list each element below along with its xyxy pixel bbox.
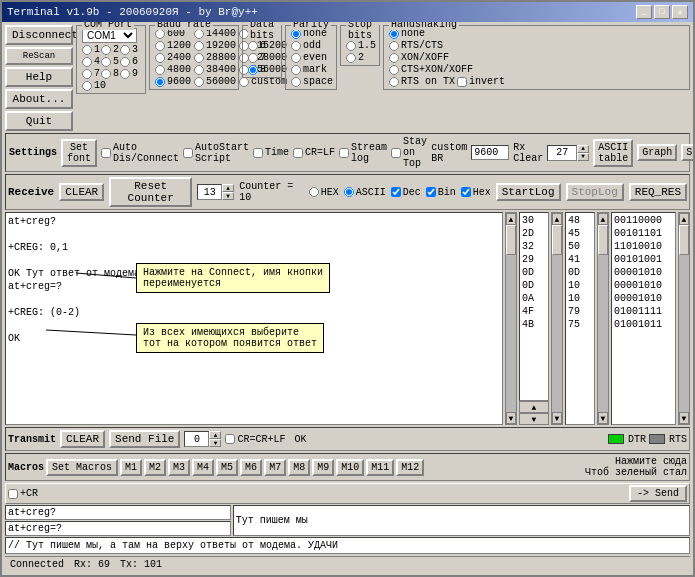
hex1-scroll-dn[interactable]: ▼ xyxy=(519,413,549,425)
time-check[interactable]: Time xyxy=(253,147,289,158)
stop-1-5[interactable]: 1.5 xyxy=(346,40,374,51)
hs-rtscts[interactable]: RTS/CTS xyxy=(389,40,684,51)
scroll-down-button[interactable]: ▼ xyxy=(506,412,516,424)
baud-56000[interactable]: 56000 xyxy=(194,76,236,87)
baud-38400[interactable]: 38400 xyxy=(194,64,236,75)
receive-clear-button[interactable]: CLEAR xyxy=(59,183,104,201)
parity-space[interactable]: space xyxy=(291,76,331,87)
quit-button[interactable]: Quit xyxy=(5,111,73,131)
bin-check[interactable]: Bin xyxy=(426,187,456,198)
scroll-track[interactable] xyxy=(506,225,516,412)
counter-down[interactable]: ▼ xyxy=(222,192,234,200)
m12-button[interactable]: M12 xyxy=(396,459,424,476)
rx-clear-input[interactable] xyxy=(547,145,577,161)
com-radio-5[interactable]: 5 xyxy=(101,56,119,67)
stop-2[interactable]: 2 xyxy=(346,52,374,63)
minimize-button[interactable]: _ xyxy=(636,5,652,19)
rx-clear-down[interactable]: ▼ xyxy=(577,153,589,161)
autostart-script-check[interactable]: AutoStart Script xyxy=(183,142,249,164)
transmit-value-input[interactable] xyxy=(184,431,209,447)
graph-button[interactable]: Graph xyxy=(637,144,677,161)
parity-odd[interactable]: odd xyxy=(291,40,331,51)
m6-button[interactable]: M6 xyxy=(240,459,262,476)
ascii-table-button[interactable]: ASCII table xyxy=(593,139,633,167)
reset-counter-button[interactable]: Reset Counter xyxy=(109,177,192,207)
hex1-scrollbar[interactable]: ▲ ▼ xyxy=(551,212,563,425)
help-button[interactable]: Help xyxy=(5,67,73,87)
stream-log-check[interactable]: Stream log xyxy=(339,142,387,164)
com-port-select[interactable]: COM1 COM2 COM3 xyxy=(82,28,137,43)
m5-button[interactable]: M5 xyxy=(216,459,238,476)
baud-19200[interactable]: 19200 xyxy=(194,40,236,51)
set-macros-button[interactable]: Set Macros xyxy=(46,459,118,476)
parity-mark[interactable]: mark xyxy=(291,64,331,75)
start-log-button[interactable]: StartLog xyxy=(496,183,561,201)
hex3-up[interactable]: ▲ xyxy=(679,213,689,225)
hex3-scrollbar[interactable]: ▲ ▼ xyxy=(678,212,690,425)
data-7[interactable]: 7 xyxy=(248,52,276,63)
m2-button[interactable]: M2 xyxy=(144,459,166,476)
baud-28800[interactable]: 28800 xyxy=(194,52,236,63)
m10-button[interactable]: M10 xyxy=(336,459,364,476)
send-button[interactable]: -> Send xyxy=(629,485,687,502)
hex1-scroll-up[interactable]: ▲ xyxy=(519,401,549,413)
hex2-thumb[interactable] xyxy=(598,225,608,255)
hex1-thumb[interactable] xyxy=(552,225,562,255)
transmit-clear-button[interactable]: CLEAR xyxy=(60,430,105,448)
input-line1[interactable] xyxy=(5,505,231,520)
scripting-button[interactable]: Scripting xyxy=(681,144,693,161)
hex3-track[interactable] xyxy=(679,225,689,412)
counter-up[interactable]: ▲ xyxy=(222,184,234,192)
m11-button[interactable]: M11 xyxy=(366,459,394,476)
com-radio-7[interactable]: 7 xyxy=(82,68,100,79)
req-res-button[interactable]: REQ_RES xyxy=(629,183,687,201)
data-8[interactable]: 8 xyxy=(248,64,276,75)
hs-rtson[interactable]: RTS on TX invert xyxy=(389,76,684,87)
com-radio-8[interactable]: 8 xyxy=(101,68,119,79)
com-radio-2[interactable]: 2 xyxy=(101,44,119,55)
com-radio-3[interactable]: 3 xyxy=(120,44,138,55)
com-radio-1[interactable]: 1 xyxy=(82,44,100,55)
hex3-dn[interactable]: ▼ xyxy=(679,412,689,424)
cr-check[interactable]: +CR xyxy=(8,488,38,499)
baud-4800[interactable]: 4800 xyxy=(155,64,191,75)
disconnect-button[interactable]: Disconnect xyxy=(5,25,73,45)
m8-button[interactable]: M8 xyxy=(288,459,310,476)
custom-br-input[interactable] xyxy=(471,145,509,160)
data-6[interactable]: 6 xyxy=(248,40,276,51)
com-radio-4[interactable]: 4 xyxy=(82,56,100,67)
dec-check[interactable]: Dec xyxy=(391,187,421,198)
m1-button[interactable]: M1 xyxy=(120,459,142,476)
set-font-button[interactable]: Set font xyxy=(61,139,97,167)
maximize-button[interactable]: □ xyxy=(654,5,670,19)
hex2-up[interactable]: ▲ xyxy=(598,213,608,225)
rescan-button[interactable]: ReScan xyxy=(5,47,73,65)
baud-2400[interactable]: 2400 xyxy=(155,52,191,63)
hex1-up[interactable]: ▲ xyxy=(552,213,562,225)
input-main[interactable] xyxy=(233,505,690,536)
scroll-thumb[interactable] xyxy=(506,225,516,255)
m7-button[interactable]: M7 xyxy=(264,459,286,476)
com-radio-10[interactable]: 10 xyxy=(82,80,106,91)
hex2-track[interactable] xyxy=(598,225,608,412)
hex2-scrollbar[interactable]: ▲ ▼ xyxy=(597,212,609,425)
hex-radio[interactable]: HEX xyxy=(309,187,339,198)
com-radio-6[interactable]: 6 xyxy=(120,56,138,67)
input-line2[interactable] xyxy=(5,521,231,536)
send-file-button[interactable]: Send File xyxy=(109,430,180,448)
hex1-track[interactable] xyxy=(552,225,562,412)
m4-button[interactable]: M4 xyxy=(192,459,214,476)
m3-button[interactable]: M3 xyxy=(168,459,190,476)
about-button[interactable]: About... xyxy=(5,89,73,109)
auto-dis-connect-check[interactable]: Auto Dis/Connect xyxy=(101,142,179,164)
cr-lf-check[interactable]: CR=LF xyxy=(293,147,335,158)
parity-even[interactable]: even xyxy=(291,52,331,63)
hex3-thumb[interactable] xyxy=(679,225,689,255)
hs-xonxoff[interactable]: XON/XOFF xyxy=(389,52,684,63)
counter-select[interactable] xyxy=(197,184,222,200)
terminal-scrollbar[interactable]: ▲ ▼ xyxy=(505,212,517,425)
hs-ctsxon[interactable]: CTS+XON/XOFF xyxy=(389,64,684,75)
close-button[interactable]: ✕ xyxy=(672,5,688,19)
rx-clear-up[interactable]: ▲ xyxy=(577,145,589,153)
stay-on-top-check[interactable]: Stay on Top xyxy=(391,136,427,169)
